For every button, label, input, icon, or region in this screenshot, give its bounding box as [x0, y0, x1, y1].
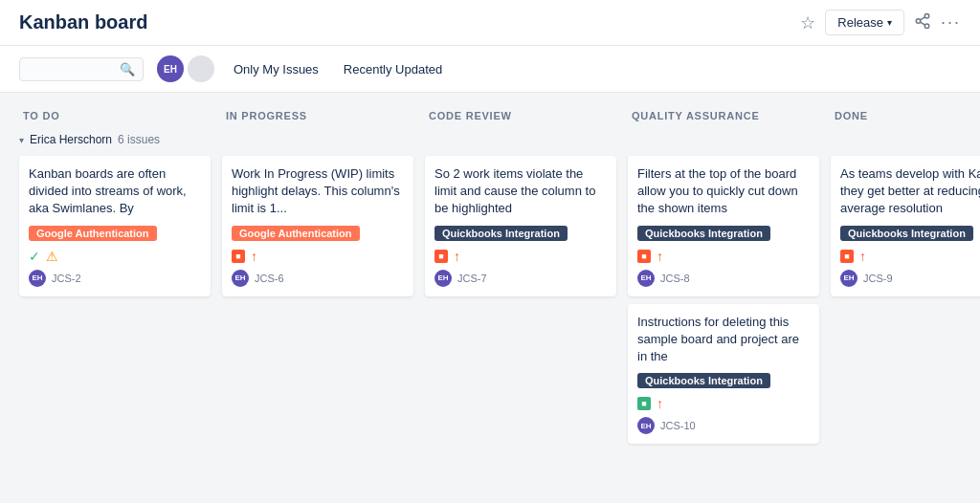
bug-icon-done: ■ — [840, 250, 854, 263]
top-bar-right: ☆ Release ▾ ··· — [800, 10, 961, 35]
swimlane-banner: ▾ Erica Herschorn 6 issues — [19, 133, 961, 146]
card-footer-ip: EH JCS-6 — [232, 270, 404, 287]
tag-google-auth-todo[interactable]: Google Authentication — [29, 226, 157, 241]
avatar-todo: EH — [29, 270, 46, 287]
check-icon: ✓ — [29, 249, 40, 264]
top-bar-left: Kanban board — [19, 11, 147, 33]
card-title: So 2 work items violate the limit and ca… — [434, 165, 607, 218]
col-inprogress-cards: Work In Progress (WIP) limits highlight … — [222, 156, 413, 444]
search-icon: 🔍 — [120, 62, 135, 77]
only-my-issues-button[interactable]: Only My Issues — [228, 58, 324, 80]
card-title: Filters at the top of the board allow yo… — [637, 165, 810, 218]
card-footer-qa2: EH JCS-10 — [637, 417, 810, 434]
card-icons-done: ■ ↑ — [840, 249, 980, 264]
card-jcs10[interactable]: Instructions for deleting this sample bo… — [628, 304, 819, 445]
more-icon[interactable]: ··· — [941, 12, 961, 33]
search-input[interactable] — [28, 62, 114, 77]
card-title: Work In Progress (WIP) limits highlight … — [232, 165, 404, 218]
card-title: Instructions for deleting this sample bo… — [637, 314, 810, 366]
chevron-down-icon: ▾ — [887, 17, 892, 28]
col-header-done: DONE — [831, 106, 980, 125]
card-jcs2[interactable]: Kanban boards are often divided into str… — [19, 156, 211, 296]
bug-icon-qa1: ■ — [637, 250, 651, 263]
star-icon[interactable]: ☆ — [800, 12, 815, 33]
avatar-eh[interactable]: EH — [157, 55, 184, 82]
search-box[interactable]: 🔍 — [19, 57, 144, 81]
card-footer-todo: EH JCS-2 — [29, 270, 201, 287]
svg-point-0 — [924, 13, 929, 18]
bug-icon-ip: ■ — [232, 250, 245, 263]
bug-icon-cr: ■ — [434, 250, 448, 263]
svg-point-1 — [916, 18, 921, 23]
tag-google-auth-ip[interactable]: Google Authentication — [232, 226, 360, 241]
card-tag: Google Authentication — [29, 226, 201, 241]
card-jcs8[interactable]: Filters at the top of the board allow yo… — [628, 156, 819, 296]
release-button[interactable]: Release ▾ — [825, 10, 904, 35]
tag-qb-qa1[interactable]: Quickbooks Integration — [637, 226, 770, 241]
card-tag: Quickbooks Integration — [434, 226, 607, 241]
col-header-in-progress: IN PROGRESS — [222, 106, 413, 125]
card-title: As teams develop with Kanban they get be… — [840, 165, 980, 218]
avatar-qa1: EH — [637, 270, 655, 287]
card-title: Kanban boards are often divided into str… — [29, 165, 201, 218]
svg-line-4 — [920, 16, 924, 19]
card-id-qa2: JCS-10 — [660, 420, 696, 431]
board-header-row: TO DO IN PROGRESS CODE REVIEW QUALITY AS… — [19, 106, 961, 125]
priority-qa2: ↑ — [657, 396, 663, 411]
card-id-qa1: JCS-8 — [660, 273, 690, 284]
col-codereview-cards: So 2 work items violate the limit and ca… — [425, 156, 616, 444]
card-id-done: JCS-9 — [863, 273, 893, 284]
swimlane-count: 6 issues — [118, 133, 160, 146]
share-icon[interactable] — [914, 12, 931, 33]
release-label: Release — [837, 15, 883, 30]
card-icons-ip: ■ ↑ — [232, 249, 404, 264]
card-tag: Google Authentication — [232, 226, 404, 241]
card-footer-done: EH JCS-9 — [840, 270, 980, 287]
card-footer-cr: EH JCS-7 — [434, 270, 607, 287]
page-title: Kanban board — [19, 11, 147, 33]
avatar-done: EH — [840, 270, 858, 287]
swimlane-user: Erica Herschorn — [30, 133, 112, 146]
recently-updated-button[interactable]: Recently Updated — [338, 58, 448, 80]
avatar-group: EH — [157, 55, 214, 82]
swimlane-chevron[interactable]: ▾ — [19, 135, 24, 145]
card-icons-todo: ✓ ⚠ — [29, 249, 201, 264]
col-done-cards: As teams develop with Kanban they get be… — [831, 156, 980, 444]
card-jcs6[interactable]: Work In Progress (WIP) limits highlight … — [222, 156, 413, 296]
card-jcs9[interactable]: As teams develop with Kanban they get be… — [831, 156, 980, 296]
card-icons-qa1: ■ ↑ — [637, 249, 810, 264]
avatar-qa2: EH — [637, 417, 655, 434]
col-todo-cards: Kanban boards are often divided into str… — [19, 156, 211, 444]
story-icon-qa2: ■ — [637, 397, 651, 410]
priority-qa1: ↑ — [657, 249, 663, 264]
card-icons-cr: ■ ↑ — [434, 249, 607, 264]
avatar-ip: EH — [232, 270, 249, 287]
card-tag: Quickbooks Integration — [840, 226, 980, 241]
tag-qb-cr[interactable]: Quickbooks Integration — [434, 226, 568, 241]
toolbar: 🔍 EH Only My Issues Recently Updated — [0, 46, 980, 93]
priority-done: ↑ — [859, 249, 866, 264]
priority-ip: ↑ — [251, 249, 257, 264]
warn-icon: ⚠ — [46, 249, 58, 264]
card-footer-qa1: EH JCS-8 — [637, 270, 810, 287]
avatar-cr: EH — [434, 270, 452, 287]
priority-cr: ↑ — [454, 249, 460, 264]
board-area: TO DO IN PROGRESS CODE REVIEW QUALITY AS… — [0, 93, 980, 503]
card-id-ip: JCS-6 — [255, 273, 284, 284]
tag-qb-done[interactable]: Quickbooks Integration — [840, 226, 973, 241]
col-header-qa: QUALITY ASSURANCE — [628, 106, 819, 125]
tag-qb-qa2[interactable]: Quickbooks Integration — [637, 373, 770, 388]
col-qa-cards: Filters at the top of the board allow yo… — [628, 156, 819, 444]
avatar-empty[interactable] — [188, 55, 214, 82]
top-bar: Kanban board ☆ Release ▾ ··· — [0, 0, 980, 46]
card-jcs7[interactable]: So 2 work items violate the limit and ca… — [425, 156, 616, 296]
card-tag: Quickbooks Integration — [637, 373, 810, 388]
card-icons-qa2: ■ ↑ — [637, 396, 810, 411]
cards-row: Kanban boards are often divided into str… — [19, 156, 961, 444]
card-id-cr: JCS-7 — [457, 273, 487, 284]
svg-line-3 — [920, 22, 924, 25]
svg-point-2 — [924, 24, 929, 29]
col-header-code-review: CODE REVIEW — [425, 106, 616, 125]
col-header-todo: TO DO — [19, 106, 211, 125]
card-id-todo: JCS-2 — [52, 273, 81, 284]
